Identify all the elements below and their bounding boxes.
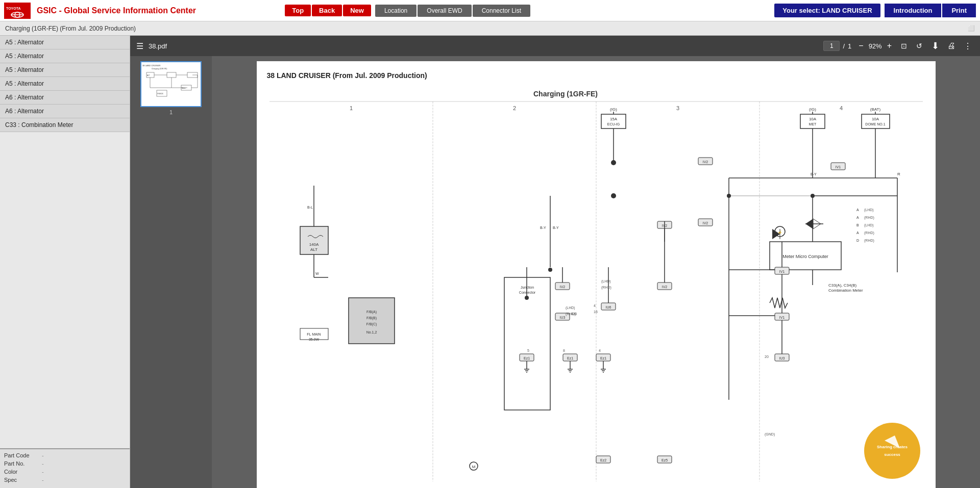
connector-item[interactable]: A5 : Alternator (0, 49, 130, 63)
back-button[interactable]: Back (312, 5, 342, 16)
spec-value: - (42, 477, 44, 483)
zoom-out-button[interactable]: − (856, 40, 865, 52)
svg-text:ALT: ALT (147, 74, 150, 76)
svg-text:IU6: IU6 (605, 305, 611, 309)
left-sidebar: A5 : AlternatorA5 : AlternatorA5 : Alter… (0, 36, 130, 488)
svg-text:A: A (856, 231, 859, 235)
svg-text:IV2: IV2 (702, 160, 708, 164)
new-button[interactable]: New (343, 5, 371, 16)
svg-text:success: success (884, 452, 900, 457)
svg-text:(LHD): (LHD) (566, 306, 575, 310)
svg-text:Sharing creates: Sharing creates (876, 445, 908, 449)
color-value: - (42, 469, 44, 475)
svg-point-180 (525, 296, 529, 300)
spec-row: Spec - (4, 477, 126, 483)
spec-label: Spec (4, 477, 40, 483)
svg-text:W: W (315, 272, 319, 275)
svg-text:2: 2 (512, 105, 516, 111)
svg-rect-5 (141, 62, 201, 106)
svg-point-179 (548, 268, 552, 272)
pdf-filename: 38.pdf (149, 42, 818, 50)
pdf-main-view[interactable]: 38 LAND CRUISER (From Jul. 2009 Producti… (212, 56, 980, 488)
top-button[interactable]: Top (285, 5, 311, 16)
svg-text:IU3: IU3 (779, 356, 785, 360)
svg-text:TOYOTA: TOYOTA (6, 7, 21, 10)
svg-text:(RHD): (RHD) (864, 231, 874, 235)
connector-item[interactable]: A5 : Alternator (0, 77, 130, 91)
svg-text:3: 3 (676, 105, 679, 111)
thumbnail-panel: 38 LAND CRUISER Charging (1GR-FE) ALT (130, 56, 212, 488)
pdf-right-icons: ⬇ 🖨 ⋮ (929, 39, 974, 53)
connector-item[interactable]: A6 : Alternator (0, 105, 130, 118)
svg-text:IV1: IV1 (835, 165, 841, 169)
tab-overall-ewd[interactable]: Overall EWD (418, 5, 471, 17)
main-layout: A5 : AlternatorA5 : AlternatorA5 : Alter… (0, 36, 980, 488)
svg-text:15A: 15A (609, 117, 617, 121)
connector-item[interactable]: A5 : Alternator (0, 36, 130, 49)
breadcrumb-bar: Charging (1GR-FE) (From Jul. 2009 Produc… (0, 21, 980, 36)
rotate-button[interactable]: ↺ (914, 41, 924, 51)
more-options-button[interactable]: ⋮ (962, 39, 974, 53)
svg-text:F/B(C): F/B(C) (366, 322, 377, 326)
select-label: Your select: LAND CRUISER (774, 4, 880, 17)
color-label: Color (4, 469, 40, 475)
tab-connector-list[interactable]: Connector List (473, 5, 530, 17)
zoom-in-button[interactable]: + (885, 40, 894, 52)
svg-text:Combination Meter: Combination Meter (828, 288, 863, 293)
color-row: Color - (4, 469, 126, 475)
pdf-thumbnail[interactable]: 38 LAND CRUISER Charging (1GR-FE) ALT (140, 61, 202, 107)
right-buttons: Introduction Print (885, 4, 976, 17)
svg-text:FL MAIN: FL MAIN (307, 332, 321, 336)
tab-location[interactable]: Location (375, 5, 416, 17)
svg-text:(RHD): (RHD) (601, 286, 611, 290)
download-button[interactable]: ⬇ (929, 39, 941, 53)
pdf-page-input[interactable] (823, 41, 840, 51)
svg-text:IV2: IV2 (559, 285, 565, 289)
pdf-page-title: 38 LAND CRUISER (From Jul. 2009 Producti… (267, 71, 925, 80)
svg-text:IU3: IU3 (571, 312, 577, 316)
svg-text:C33(A), C34(B): C33(A), C34(B) (828, 283, 856, 288)
svg-text:B-L: B-L (307, 206, 313, 209)
svg-text:IV2: IV2 (662, 285, 667, 289)
svg-text:10A: 10A (871, 117, 879, 121)
connector-item[interactable]: A5 : Alternator (0, 63, 130, 77)
svg-text:(IG): (IG) (809, 107, 816, 112)
svg-text:D: D (856, 239, 859, 242)
svg-text:Ez1: Ez1 (523, 356, 529, 360)
part-no-row: Part No. - (4, 460, 126, 467)
svg-text:4: 4 (594, 304, 596, 307)
svg-text:16: 16 (594, 310, 598, 314)
pdf-menu-icon[interactable]: ☰ (136, 41, 143, 51)
svg-text:(BAT): (BAT) (870, 107, 880, 112)
part-code-value: - (42, 452, 44, 458)
tab-buttons: Location Overall EWD Connector List (375, 5, 530, 17)
svg-text:Junction: Junction (520, 286, 533, 289)
connector-item[interactable]: C33 : Combination Meter (0, 118, 130, 132)
pdf-toolbar: ☰ 38.pdf / 1 − 92% + ⊡ ↺ ⬇ 🖨 ⋮ (130, 36, 980, 56)
svg-text:IV2: IV2 (702, 221, 708, 225)
svg-text:(IG): (IG) (610, 107, 617, 112)
nav-buttons: Top Back New (285, 5, 371, 16)
svg-text:F/B(A): F/B(A) (366, 310, 376, 314)
svg-text:B-Y: B-Y (540, 226, 546, 229)
pdf-zoom-controls: − 92% + (856, 40, 894, 52)
part-code-label: Part Code (4, 452, 40, 458)
svg-text:20: 20 (765, 355, 769, 358)
svg-text:MET: MET (808, 122, 817, 126)
svg-text:(GND): (GND) (765, 432, 775, 436)
introduction-button[interactable]: Introduction (885, 4, 942, 17)
print-pdf-button[interactable]: 🖨 (945, 39, 958, 53)
svg-text:Charging (1GR-FE): Charging (1GR-FE) (533, 90, 598, 98)
svg-text:Ez1: Ez1 (567, 356, 573, 360)
connector-item[interactable]: A6 : Alternator (0, 91, 130, 105)
svg-rect-0 (4, 3, 31, 19)
connector-list[interactable]: A5 : AlternatorA5 : AlternatorA5 : Alter… (0, 36, 130, 448)
svg-text:ECU-IG: ECU-IG (607, 122, 620, 126)
right-content: ☰ 38.pdf / 1 − 92% + ⊡ ↺ ⬇ 🖨 ⋮ (130, 36, 980, 488)
svg-text:IV1: IV1 (779, 316, 785, 319)
print-button[interactable]: Print (942, 4, 976, 17)
svg-text:Meter: Meter (182, 87, 186, 89)
part-no-value: - (42, 460, 44, 467)
svg-rect-56 (349, 298, 395, 344)
fit-page-button[interactable]: ⊡ (899, 41, 909, 51)
